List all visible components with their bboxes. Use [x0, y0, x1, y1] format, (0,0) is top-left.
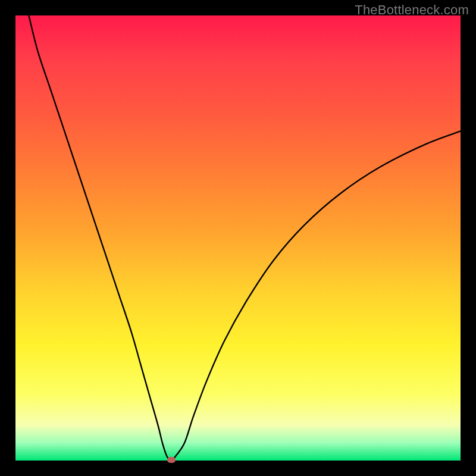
chart-frame: TheBottleneck.com [0, 0, 476, 476]
plot-area [15, 15, 461, 461]
watermark-text: TheBottleneck.com [355, 2, 469, 18]
min-point-marker [167, 457, 176, 463]
bottleneck-curve [15, 15, 461, 461]
